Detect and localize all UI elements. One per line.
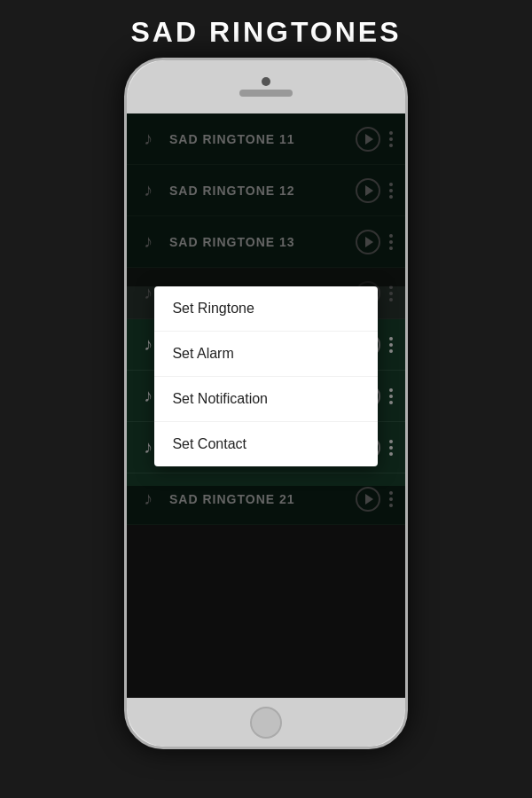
dot-icon	[389, 343, 393, 347]
set-notification-menu-item[interactable]: Set Notification	[154, 377, 377, 422]
play-triangle-icon	[365, 237, 373, 247]
dot-icon	[389, 189, 393, 192]
music-note-icon: ♪	[136, 178, 160, 203]
music-note-icon: ♪	[136, 487, 160, 512]
dot-icon	[389, 195, 393, 199]
dot-icon	[389, 504, 393, 507]
dot-icon	[389, 298, 393, 301]
home-button[interactable]	[250, 707, 282, 739]
dot-icon	[389, 446, 393, 450]
phone-top-bar	[127, 60, 405, 113]
dot-icon	[389, 240, 393, 244]
dot-icon	[389, 395, 393, 398]
dot-icon	[389, 337, 393, 340]
earpiece-speaker	[239, 90, 293, 97]
dot-icon	[389, 137, 393, 141]
play-button[interactable]	[356, 127, 380, 152]
ringtone-name: SAD RINGTONE 12	[169, 184, 356, 198]
front-camera	[262, 77, 270, 86]
more-options-button[interactable]	[386, 337, 396, 353]
play-triangle-icon	[365, 185, 373, 196]
dot-icon	[389, 497, 393, 501]
phone-bottom-bar	[127, 698, 405, 747]
more-options-button[interactable]	[386, 491, 396, 507]
dot-icon	[389, 286, 393, 289]
dot-icon	[389, 144, 393, 147]
ringtone-name: SAD RINGTONE 11	[169, 132, 356, 146]
list-item[interactable]: ♪ SAD RINGTONE 13	[127, 216, 405, 268]
power-button[interactable]	[406, 167, 408, 211]
play-button[interactable]	[356, 230, 380, 254]
ringtone-name: SAD RINGTONE 13	[169, 235, 356, 249]
more-options-button[interactable]	[386, 183, 396, 199]
dot-icon	[389, 246, 393, 250]
dot-icon	[389, 440, 393, 443]
dot-icon	[389, 349, 393, 353]
music-note-icon: ♪	[136, 230, 160, 254]
volume-button[interactable]	[124, 149, 126, 174]
phone-frame: ♪ SAD RINGTONE 11 ♪ SAD RINGTONE 12	[124, 58, 408, 749]
dot-icon	[389, 131, 393, 135]
context-menu: Set Ringtone Set Alarm Set Notification …	[154, 286, 377, 466]
dot-icon	[389, 234, 393, 238]
page-title: SAD RINGTONES	[0, 16, 532, 49]
set-contact-menu-item[interactable]: Set Contact	[154, 422, 377, 466]
more-options-button[interactable]	[386, 131, 396, 147]
music-note-icon: ♪	[136, 127, 160, 152]
list-item[interactable]: ♪ SAD RINGTONE 11	[127, 113, 405, 165]
dot-icon	[389, 452, 393, 456]
set-ringtone-menu-item[interactable]: Set Ringtone	[154, 286, 377, 332]
more-options-button[interactable]	[386, 388, 396, 404]
dot-icon	[389, 491, 393, 495]
set-alarm-menu-item[interactable]: Set Alarm	[154, 332, 377, 377]
play-button[interactable]	[356, 487, 380, 512]
more-options-button[interactable]	[386, 440, 396, 456]
dot-icon	[389, 388, 393, 392]
list-item[interactable]: ♪ SAD RINGTONE 12	[127, 165, 405, 216]
play-button[interactable]	[356, 178, 380, 203]
more-options-button[interactable]	[386, 234, 396, 250]
play-triangle-icon	[365, 494, 373, 505]
list-item[interactable]: ♪ SAD RINGTONE 21	[127, 473, 405, 525]
play-triangle-icon	[365, 134, 373, 145]
ringtone-name: SAD RINGTONE 21	[169, 492, 356, 506]
phone-screen: ♪ SAD RINGTONE 11 ♪ SAD RINGTONE 12	[127, 113, 405, 698]
dot-icon	[389, 292, 393, 295]
more-options-button	[386, 286, 396, 301]
dot-icon	[389, 183, 393, 186]
dot-icon	[389, 401, 393, 404]
